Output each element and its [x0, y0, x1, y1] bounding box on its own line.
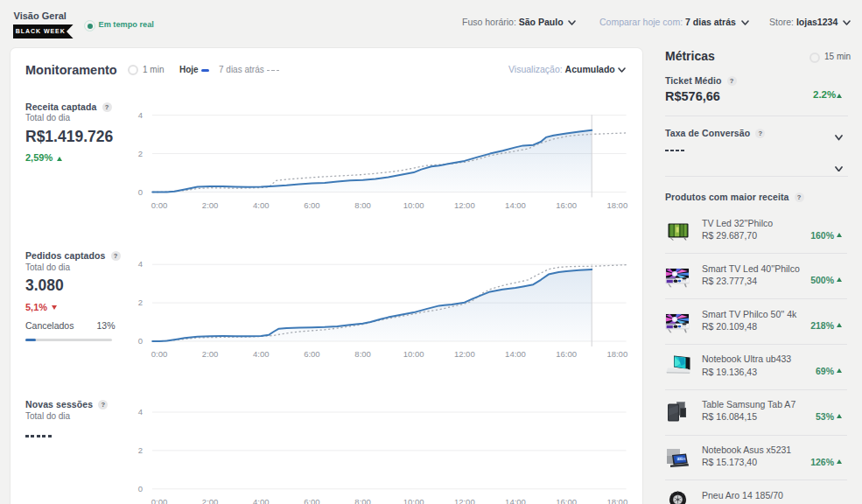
svg-text:0: 0 — [138, 484, 143, 494]
svg-text:10:00: 10:00 — [403, 349, 424, 359]
svg-text:6:00: 6:00 — [304, 497, 320, 504]
svg-text:4:00: 4:00 — [253, 497, 270, 504]
svg-text:2:00: 2:00 — [202, 497, 219, 504]
svg-text:18:00: 18:00 — [606, 349, 627, 359]
svg-text:8:00: 8:00 — [354, 200, 371, 210]
svg-text:6:00: 6:00 — [304, 349, 320, 359]
svg-text:2: 2 — [138, 298, 143, 307]
svg-text:18:00: 18:00 — [606, 497, 627, 504]
svg-text:16:00: 16:00 — [556, 349, 577, 359]
svg-text:16:00: 16:00 — [556, 200, 577, 210]
svg-text:10:00: 10:00 — [403, 497, 424, 504]
svg-text:6:00: 6:00 — [304, 200, 320, 210]
svg-text:0: 0 — [138, 336, 143, 346]
svg-text:2:00: 2:00 — [202, 349, 219, 359]
svg-text:2: 2 — [138, 149, 143, 158]
svg-text:10:00: 10:00 — [403, 200, 424, 210]
svg-text:16:00: 16:00 — [556, 497, 577, 504]
svg-text:4:00: 4:00 — [253, 349, 270, 359]
svg-text:14:00: 14:00 — [505, 349, 526, 359]
svg-text:4: 4 — [138, 110, 143, 120]
svg-text:0:00: 0:00 — [151, 349, 168, 359]
svg-text:14:00: 14:00 — [505, 200, 526, 210]
svg-text:2: 2 — [138, 445, 143, 455]
svg-text:12:00: 12:00 — [454, 200, 475, 210]
svg-text:4: 4 — [138, 259, 143, 269]
svg-text:18:00: 18:00 — [606, 200, 627, 210]
svg-text:4:00: 4:00 — [253, 200, 270, 210]
svg-text:8:00: 8:00 — [354, 349, 371, 359]
svg-text:12:00: 12:00 — [454, 349, 475, 359]
svg-text:ASUS: ASUS — [677, 458, 686, 461]
svg-text:0:00: 0:00 — [151, 200, 168, 210]
svg-text:0: 0 — [138, 187, 143, 197]
svg-text:8:00: 8:00 — [354, 497, 371, 504]
svg-text:14:00: 14:00 — [505, 497, 526, 504]
svg-text:12:00: 12:00 — [454, 497, 475, 504]
svg-text:2:00: 2:00 — [202, 200, 219, 210]
svg-text:0:00: 0:00 — [151, 497, 168, 504]
svg-text:4: 4 — [138, 407, 143, 416]
